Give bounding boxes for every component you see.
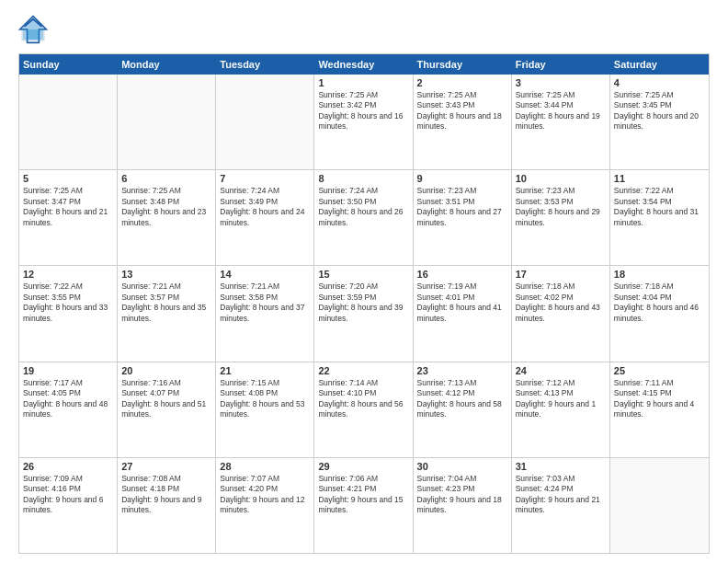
day-number: 28: [220, 461, 310, 472]
svg-rect-3: [28, 29, 40, 40]
calendar-cell: [118, 75, 216, 169]
calendar-cell: 4Sunrise: 7:25 AM Sunset: 3:45 PM Daylig…: [610, 75, 709, 169]
cell-info: Sunrise: 7:15 AM Sunset: 4:08 PM Dayligh…: [220, 378, 310, 420]
day-number: 10: [516, 173, 606, 184]
cell-info: Sunrise: 7:22 AM Sunset: 3:55 PM Dayligh…: [23, 282, 113, 324]
calendar-cell: [610, 458, 709, 553]
cell-info: Sunrise: 7:25 AM Sunset: 3:45 PM Dayligh…: [614, 90, 705, 132]
day-number: 20: [121, 365, 211, 376]
day-number: 9: [417, 173, 507, 184]
cell-info: Sunrise: 7:03 AM Sunset: 4:24 PM Dayligh…: [516, 474, 606, 516]
calendar-cell: 31Sunrise: 7:03 AM Sunset: 4:24 PM Dayli…: [512, 458, 610, 553]
calendar-cell: 20Sunrise: 7:16 AM Sunset: 4:07 PM Dayli…: [118, 362, 216, 457]
calendar-header: SundayMondayTuesdayWednesdayThursdayFrid…: [19, 54, 709, 75]
day-number: 14: [220, 269, 310, 280]
weekday-header-monday: Monday: [118, 54, 216, 75]
calendar-cell: 19Sunrise: 7:17 AM Sunset: 4:05 PM Dayli…: [19, 362, 118, 457]
calendar-week-3: 12Sunrise: 7:22 AM Sunset: 3:55 PM Dayli…: [19, 266, 709, 362]
day-number: 22: [318, 365, 408, 376]
calendar-cell: 5Sunrise: 7:25 AM Sunset: 3:47 PM Daylig…: [19, 170, 118, 265]
day-number: 7: [220, 173, 310, 184]
calendar-cell: 28Sunrise: 7:07 AM Sunset: 4:20 PM Dayli…: [216, 458, 314, 553]
header: [18, 15, 710, 44]
cell-info: Sunrise: 7:25 AM Sunset: 3:47 PM Dayligh…: [23, 186, 113, 228]
cell-info: Sunrise: 7:04 AM Sunset: 4:23 PM Dayligh…: [417, 474, 507, 516]
calendar-week-5: 26Sunrise: 7:09 AM Sunset: 4:16 PM Dayli…: [19, 458, 709, 553]
day-number: 26: [23, 461, 113, 472]
day-number: 27: [121, 461, 211, 472]
calendar-cell: 11Sunrise: 7:22 AM Sunset: 3:54 PM Dayli…: [610, 170, 709, 265]
calendar-body: 1Sunrise: 7:25 AM Sunset: 3:42 PM Daylig…: [19, 75, 709, 553]
page: SundayMondayTuesdayWednesdayThursdayFrid…: [0, 0, 728, 563]
day-number: 21: [220, 365, 310, 376]
calendar-cell: 30Sunrise: 7:04 AM Sunset: 4:23 PM Dayli…: [414, 458, 512, 553]
calendar-cell: 24Sunrise: 7:12 AM Sunset: 4:13 PM Dayli…: [512, 362, 610, 457]
day-number: 29: [318, 461, 408, 472]
cell-info: Sunrise: 7:24 AM Sunset: 3:50 PM Dayligh…: [318, 186, 408, 228]
calendar-cell: 1Sunrise: 7:25 AM Sunset: 3:42 PM Daylig…: [314, 75, 413, 169]
calendar-cell: 14Sunrise: 7:21 AM Sunset: 3:58 PM Dayli…: [216, 266, 314, 361]
cell-info: Sunrise: 7:19 AM Sunset: 4:01 PM Dayligh…: [417, 282, 507, 324]
cell-info: Sunrise: 7:17 AM Sunset: 4:05 PM Dayligh…: [23, 378, 113, 420]
cell-info: Sunrise: 7:25 AM Sunset: 3:48 PM Dayligh…: [121, 186, 211, 228]
calendar-cell: 6Sunrise: 7:25 AM Sunset: 3:48 PM Daylig…: [118, 170, 216, 265]
weekday-header-wednesday: Wednesday: [314, 54, 413, 75]
cell-info: Sunrise: 7:21 AM Sunset: 3:58 PM Dayligh…: [220, 282, 310, 324]
calendar-cell: 7Sunrise: 7:24 AM Sunset: 3:49 PM Daylig…: [216, 170, 314, 265]
weekday-header-saturday: Saturday: [610, 54, 709, 75]
day-number: 30: [417, 461, 507, 472]
calendar-cell: 16Sunrise: 7:19 AM Sunset: 4:01 PM Dayli…: [414, 266, 512, 361]
cell-info: Sunrise: 7:08 AM Sunset: 4:18 PM Dayligh…: [121, 474, 211, 516]
calendar-cell: 3Sunrise: 7:25 AM Sunset: 3:44 PM Daylig…: [512, 75, 610, 169]
day-number: 16: [417, 269, 507, 280]
cell-info: Sunrise: 7:09 AM Sunset: 4:16 PM Dayligh…: [23, 474, 113, 516]
cell-info: Sunrise: 7:23 AM Sunset: 3:51 PM Dayligh…: [417, 186, 507, 228]
calendar-cell: 25Sunrise: 7:11 AM Sunset: 4:15 PM Dayli…: [610, 362, 709, 457]
calendar-cell: [19, 75, 118, 169]
calendar-week-4: 19Sunrise: 7:17 AM Sunset: 4:05 PM Dayli…: [19, 362, 709, 458]
cell-info: Sunrise: 7:21 AM Sunset: 3:57 PM Dayligh…: [121, 282, 211, 324]
cell-info: Sunrise: 7:06 AM Sunset: 4:21 PM Dayligh…: [318, 474, 408, 516]
cell-info: Sunrise: 7:25 AM Sunset: 3:44 PM Dayligh…: [516, 90, 606, 132]
cell-info: Sunrise: 7:22 AM Sunset: 3:54 PM Dayligh…: [614, 186, 705, 228]
day-number: 8: [318, 173, 408, 184]
weekday-header-friday: Friday: [512, 54, 610, 75]
cell-info: Sunrise: 7:16 AM Sunset: 4:07 PM Dayligh…: [121, 378, 211, 420]
cell-info: Sunrise: 7:12 AM Sunset: 4:13 PM Dayligh…: [516, 378, 606, 420]
cell-info: Sunrise: 7:18 AM Sunset: 4:02 PM Dayligh…: [516, 282, 606, 324]
day-number: 19: [23, 365, 113, 376]
day-number: 6: [121, 173, 211, 184]
day-number: 24: [516, 365, 606, 376]
calendar-cell: 13Sunrise: 7:21 AM Sunset: 3:57 PM Dayli…: [118, 266, 216, 361]
calendar-cell: 27Sunrise: 7:08 AM Sunset: 4:18 PM Dayli…: [118, 458, 216, 553]
cell-info: Sunrise: 7:18 AM Sunset: 4:04 PM Dayligh…: [614, 282, 705, 324]
calendar-cell: 9Sunrise: 7:23 AM Sunset: 3:51 PM Daylig…: [414, 170, 512, 265]
calendar-week-1: 1Sunrise: 7:25 AM Sunset: 3:42 PM Daylig…: [19, 75, 709, 170]
day-number: 11: [614, 173, 705, 184]
logo: [18, 15, 51, 44]
day-number: 23: [417, 365, 507, 376]
day-number: 12: [23, 269, 113, 280]
cell-info: Sunrise: 7:14 AM Sunset: 4:10 PM Dayligh…: [318, 378, 408, 420]
calendar-cell: 10Sunrise: 7:23 AM Sunset: 3:53 PM Dayli…: [512, 170, 610, 265]
calendar-cell: 29Sunrise: 7:06 AM Sunset: 4:21 PM Dayli…: [314, 458, 413, 553]
calendar-cell: 26Sunrise: 7:09 AM Sunset: 4:16 PM Dayli…: [19, 458, 118, 553]
day-number: 25: [614, 365, 705, 376]
calendar: SundayMondayTuesdayWednesdayThursdayFrid…: [18, 53, 710, 554]
calendar-cell: 15Sunrise: 7:20 AM Sunset: 3:59 PM Dayli…: [314, 266, 413, 361]
cell-info: Sunrise: 7:07 AM Sunset: 4:20 PM Dayligh…: [220, 474, 310, 516]
cell-info: Sunrise: 7:23 AM Sunset: 3:53 PM Dayligh…: [516, 186, 606, 228]
calendar-cell: 2Sunrise: 7:25 AM Sunset: 3:43 PM Daylig…: [414, 75, 512, 169]
day-number: 4: [614, 77, 705, 88]
calendar-cell: 23Sunrise: 7:13 AM Sunset: 4:12 PM Dayli…: [414, 362, 512, 457]
cell-info: Sunrise: 7:25 AM Sunset: 3:43 PM Dayligh…: [417, 90, 507, 132]
calendar-cell: 18Sunrise: 7:18 AM Sunset: 4:04 PM Dayli…: [610, 266, 709, 361]
day-number: 17: [516, 269, 606, 280]
calendar-cell: 21Sunrise: 7:15 AM Sunset: 4:08 PM Dayli…: [216, 362, 314, 457]
weekday-header-tuesday: Tuesday: [216, 54, 314, 75]
calendar-cell: 12Sunrise: 7:22 AM Sunset: 3:55 PM Dayli…: [19, 266, 118, 361]
day-number: 5: [23, 173, 113, 184]
cell-info: Sunrise: 7:20 AM Sunset: 3:59 PM Dayligh…: [318, 282, 408, 324]
calendar-cell: [216, 75, 314, 169]
day-number: 15: [318, 269, 408, 280]
